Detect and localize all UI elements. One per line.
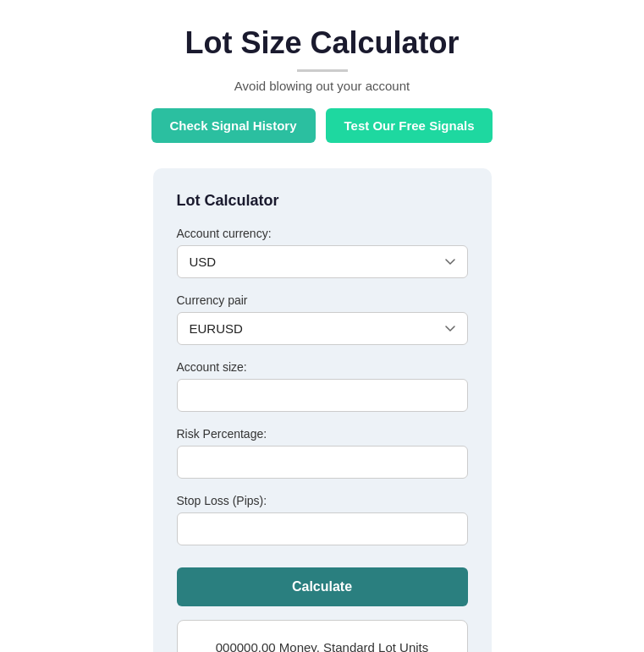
result-text: 000000.00 Money, Standard Lot Units 0000… <box>216 640 429 652</box>
account-currency-group: Account currency: USD EUR GBP JPY <box>177 227 468 278</box>
action-buttons: Check Signal History Test Our Free Signa… <box>151 108 493 143</box>
result-box: 000000.00 Money, Standard Lot Units 0000… <box>177 620 468 652</box>
account-currency-select[interactable]: USD EUR GBP JPY <box>177 245 468 278</box>
calculator-card: Lot Calculator Account currency: USD EUR… <box>153 168 492 652</box>
stop-loss-input[interactable] <box>177 512 468 545</box>
stop-loss-label: Stop Loss (Pips): <box>177 494 468 507</box>
risk-percentage-input[interactable] <box>177 446 468 479</box>
risk-percentage-label: Risk Percentage: <box>177 427 468 441</box>
page-title: Lot Size Calculator <box>184 25 459 61</box>
account-size-input[interactable] <box>177 379 468 412</box>
account-size-label: Account size: <box>177 360 468 374</box>
risk-percentage-group: Risk Percentage: <box>177 427 468 479</box>
calculate-button[interactable]: Calculate <box>177 567 468 606</box>
title-divider <box>297 69 348 72</box>
currency-pair-label: Currency pair <box>177 293 468 307</box>
subtitle: Avoid blowing out your account <box>234 79 410 93</box>
check-signal-button[interactable]: Check Signal History <box>151 108 316 143</box>
account-size-group: Account size: <box>177 360 468 412</box>
currency-pair-group: Currency pair EURUSD GBPUSD USDJPY AUDUS… <box>177 293 468 345</box>
free-signals-button[interactable]: Test Our Free Signals <box>326 108 493 143</box>
card-title: Lot Calculator <box>177 192 468 210</box>
currency-pair-select[interactable]: EURUSD GBPUSD USDJPY AUDUSD <box>177 312 468 345</box>
stop-loss-group: Stop Loss (Pips): <box>177 494 468 545</box>
account-currency-label: Account currency: <box>177 227 468 240</box>
